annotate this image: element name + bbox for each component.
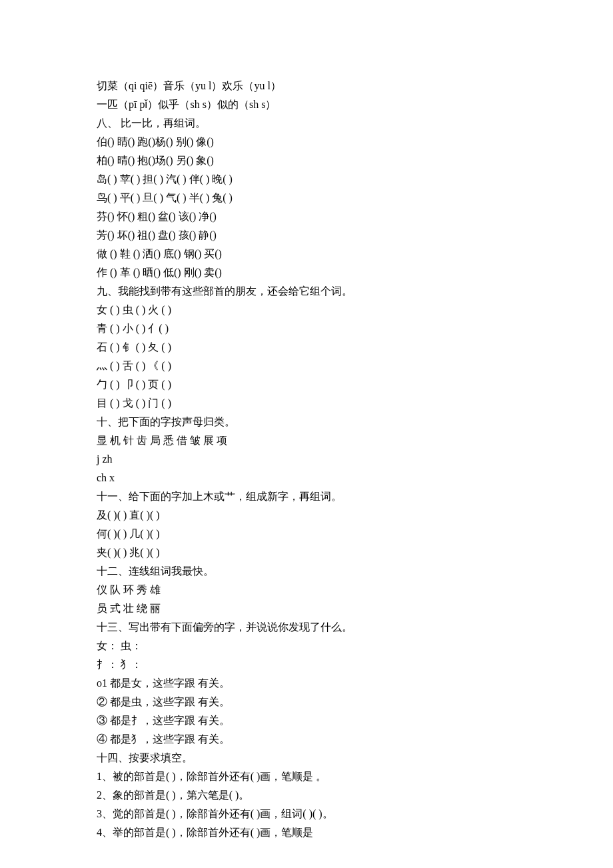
- text-line: 4、举的部首是( )，除部首外还有( )画，笔顺是: [97, 823, 516, 842]
- text-line: 及( )( ) 直( )( ): [97, 506, 516, 525]
- text-line: 1、被的部首是( )，除部首外还有( )画，笔顺是 。: [97, 767, 516, 786]
- text-line: 女 ( ) 虫 ( ) 火 ( ): [97, 301, 516, 319]
- text-line: j zh: [97, 450, 516, 469]
- text-line: 八、 比一比，再组词。: [97, 114, 516, 133]
- text-line: ch x: [97, 469, 516, 487]
- text-line: 员 式 壮 绕 丽: [97, 599, 516, 618]
- text-line: 芬() 怀() 粗() 盆() 该() 净(): [97, 207, 516, 226]
- text-line: 勹 ( ) 卩 ( ) 页 ( ): [97, 375, 516, 394]
- text-line: 十一、给下面的字加上木或艹，组成新字，再组词。: [97, 487, 516, 506]
- document-content: 切菜（qi qiē）音乐（yu l）欢乐（yu l）一匹（pī pǐ）似乎（sh…: [97, 77, 516, 842]
- text-line: 作 () 革 () 晒() 低() 刚() 卖(): [97, 263, 516, 282]
- text-line: 夹( )( ) 兆( )( ): [97, 543, 516, 562]
- text-line: 灬 ( ) 舌 ( ) 《 ( ): [97, 357, 516, 375]
- text-line: 扌： 犭：: [97, 655, 516, 674]
- text-line: ② 都是虫，这些字跟 有关。: [97, 693, 516, 711]
- text-line: 青 ( ) 小 ( ) 亻( ): [97, 319, 516, 338]
- text-line: ③ 都是扌，这些字跟 有关。: [97, 711, 516, 730]
- text-line: 目 ( ) 戈 ( ) 门 ( ): [97, 394, 516, 413]
- text-line: 九、我能找到带有这些部首的朋友，还会给它组个词。: [97, 282, 516, 301]
- text-line: 芳() 坏() 祖() 盘() 孩() 静(): [97, 226, 516, 245]
- text-line: 2、象的部首是( )，第六笔是( )。: [97, 786, 516, 805]
- text-line: 仪 队 环 秀 雄: [97, 581, 516, 599]
- text-line: 切菜（qi qiē）音乐（yu l）欢乐（yu l）: [97, 77, 516, 95]
- text-line: 十四、按要求填空。: [97, 749, 516, 767]
- text-line: 显 机 针 齿 局 悉 借 皱 展 项: [97, 431, 516, 450]
- text-line: 女： 虫：: [97, 637, 516, 655]
- text-line: 做 () 鞋 () 洒() 底() 钢() 买(): [97, 245, 516, 263]
- text-line: o1 都是女，这些字跟 有关。: [97, 674, 516, 693]
- text-line: 一匹（pī pǐ）似乎（sh s）似的（sh s）: [97, 95, 516, 114]
- text-line: 3、觉的部首是( )，除部首外还有( )画，组词( )( )。: [97, 805, 516, 823]
- text-line: 石 ( ) 钅 ( ) 夂 ( ): [97, 338, 516, 357]
- text-line: ④ 都是犭，这些字跟 有关。: [97, 730, 516, 749]
- text-line: 十、把下面的字按声母归类。: [97, 413, 516, 431]
- text-line: 柏() 晴() 抱()场() 另() 象(): [97, 151, 516, 170]
- text-line: 岛( ) 苹( ) 担( ) 汽( ) 伴( ) 晚( ): [97, 170, 516, 189]
- text-line: 十三、写出带有下面偏旁的字，并说说你发现了什么。: [97, 618, 516, 637]
- text-line: 伯() 睛() 跑()杨() 别() 像(): [97, 133, 516, 151]
- text-line: 鸟( ) 平( ) 旦( ) 气( ) 半( ) 兔( ): [97, 189, 516, 207]
- text-line: 何( )( ) 几( )( ): [97, 525, 516, 543]
- text-line: 十二、连线组词我最快。: [97, 562, 516, 581]
